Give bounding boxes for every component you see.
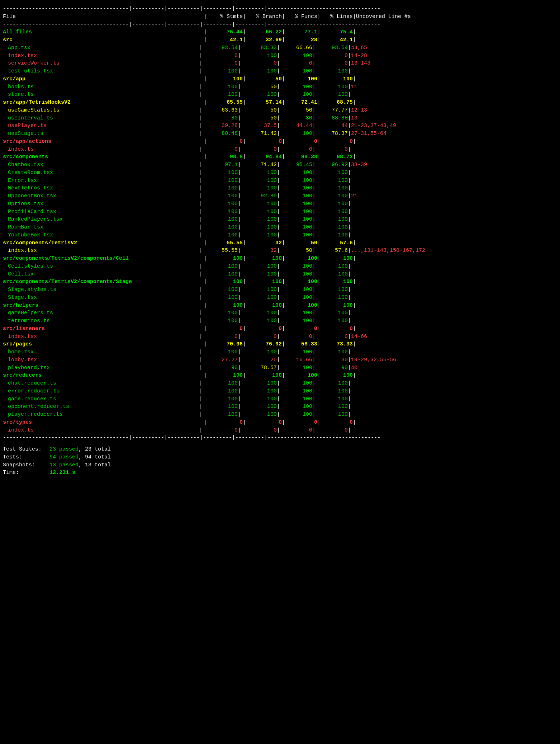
table-row: index.tsx| 55.55 | 32 | 50 | 57.6 | ...,… — [3, 247, 557, 255]
table-row: player.reducer.ts| 100 | 100 | 100 | 100… — [3, 411, 557, 419]
file-branch: 100 — [241, 200, 277, 208]
file-uncov: 40 — [351, 364, 357, 372]
snapshots-label: Snapshots: — [3, 461, 49, 469]
section-lines: 98.72 — [321, 153, 353, 161]
table-row: game.reducer.ts| 100 | 100 | 100 | 100 | — [3, 395, 557, 403]
tests-label: Tests: — [3, 453, 49, 461]
file-lines: 100 — [315, 91, 348, 99]
file-stmts: 100 — [202, 216, 238, 223]
header-uncov: Uncovered Line #s — [356, 13, 411, 21]
file-stmts: 100 — [202, 231, 238, 239]
file-name: index.tsx — [3, 52, 199, 60]
table-row: src/listeners| 0 | 0 | 0 | 0 | — [3, 325, 557, 333]
section-branch: 94.84 — [246, 153, 282, 161]
section-stmts: 100 — [207, 75, 243, 83]
table-row: error.reducer.ts| 100 | 100 | 100 | 100 … — [3, 387, 557, 395]
section-funcs: 0 — [285, 419, 317, 427]
file-branch: 50 — [241, 107, 277, 114]
file-stmts: 100 — [202, 395, 238, 403]
table-row: hooks.ts| 100 | 50 | 100 | 100 | 11 — [3, 83, 557, 91]
file-funcs: 100 — [280, 395, 312, 403]
section-funcs: 100 — [285, 278, 317, 286]
tests-total: 94 total — [85, 454, 111, 460]
summary-time: Time:12.231 s — [3, 469, 557, 477]
table-row: src/pages| 70.96 | 76.92 | 58.33 | 73.33… — [3, 340, 557, 348]
table-row: CreateRoom.tsx| 100 | 100 | 100 | 100 | — [3, 169, 557, 177]
table-row: src/app| 100 | 50 | 100 | 100 | — [3, 75, 557, 83]
section-stmts: 98.8 — [207, 153, 243, 161]
section-lines: 100 — [321, 75, 353, 83]
file-funcs: 100 — [280, 130, 312, 138]
file-branch: 71.42 — [241, 130, 277, 138]
file-stmts: 100 — [202, 208, 238, 216]
file-branch: 0 — [241, 427, 277, 434]
section-stmts: 100 — [207, 302, 243, 310]
file-funcs: 100 — [280, 387, 312, 395]
file-branch: 100 — [241, 387, 277, 395]
file-stmts: 100 — [202, 169, 238, 177]
table-row: index.ts| 0 | 0 | 0 | 0 | — [3, 146, 557, 154]
file-stmts: 100 — [202, 317, 238, 325]
section-lines: 0 — [321, 419, 353, 427]
section-branch: 100 — [246, 372, 282, 380]
file-funcs: 16.66 — [280, 356, 312, 364]
file-branch: 100 — [241, 169, 277, 177]
table-row: Cell.styles.ts| 100 | 100 | 100 | 100 | — [3, 263, 557, 270]
file-lines: 0 — [315, 427, 348, 434]
table-row: src/components/TetrisV2/components/Cell|… — [3, 255, 557, 263]
divider-top: ---------------------------------------|… — [3, 5, 557, 13]
summary-section: Test Suites:23 passed, 23 totalTests:94 … — [3, 446, 557, 477]
file-uncov: ...,131-143,150-167,172 — [351, 247, 425, 255]
section-name: src — [3, 36, 204, 44]
table-row: index.ts| 0 | 0 | 0 | 0 | — [3, 427, 557, 434]
file-name: App.tsx — [3, 44, 199, 52]
section-lines: 57.6 — [321, 239, 353, 247]
file-branch: 100 — [241, 270, 277, 278]
file-funcs: 100 — [280, 270, 312, 278]
file-branch: 100 — [241, 294, 277, 302]
file-branch: 100 — [241, 184, 277, 192]
table-row: Stage.tsx| 100 | 100 | 100 | 100 | — [3, 294, 557, 302]
file-stmts: 100 — [202, 380, 238, 387]
file-funcs: 100 — [280, 91, 312, 99]
file-lines: 100 — [315, 309, 348, 317]
file-stmts: 100 — [202, 200, 238, 208]
file-funcs: 100 — [280, 223, 312, 231]
section-funcs: 100 — [285, 372, 317, 380]
file-funcs: 100 — [280, 317, 312, 325]
file-stmts: 90 — [202, 364, 238, 372]
file-funcs: 100 — [280, 67, 312, 75]
file-lines: 100 — [315, 317, 348, 325]
file-name: opponent.reducer.ts — [3, 403, 199, 411]
file-stmts: 100 — [202, 387, 238, 395]
file-lines: 100 — [315, 348, 348, 356]
file-name: playboard.tsx — [3, 364, 199, 372]
file-lines: 30 — [315, 356, 348, 364]
file-lines: 100 — [315, 403, 348, 411]
table-row: useInterval.ts| 80 | 50 | 80 | 88.88 | 1… — [3, 114, 557, 122]
section-lines: 100 — [321, 302, 353, 310]
file-uncov: 27-31,55-64 — [351, 130, 386, 138]
file-uncov: 38-39 — [351, 161, 367, 169]
section-lines: 73.33 — [321, 340, 353, 348]
table-row: index.tsx| 0 | 0 | 0 | 0 | 14-66 — [3, 333, 557, 341]
summary-test-suites: Test Suites:23 passed, 23 total — [3, 446, 557, 453]
section-branch: 100 — [246, 255, 282, 263]
file-name: index.tsx — [3, 247, 199, 255]
section-stmts: 75.44 — [207, 28, 243, 36]
file-name: error.reducer.ts — [3, 387, 199, 395]
file-funcs: 100 — [280, 286, 312, 294]
file-name: chat.reducer.ts — [3, 380, 199, 387]
table-row: index.tsx| 0 | 100 | 100 | 0 | 14-28 — [3, 52, 557, 60]
table-row: useGameStatus.ts| 63.63 | 50 | 50 | 77.7… — [3, 107, 557, 114]
file-uncov: 12-13 — [351, 107, 367, 114]
header-funcs: % Funcs — [285, 13, 317, 21]
file-lines: 100 — [315, 395, 348, 403]
file-lines: 100 — [315, 270, 348, 278]
file-branch: 100 — [241, 67, 277, 75]
section-stmts: 100 — [207, 278, 243, 286]
section-lines: 0 — [321, 138, 353, 146]
section-lines: 68.75 — [321, 99, 353, 107]
file-funcs: 100 — [280, 380, 312, 387]
section-name: src/components/TetrisV2 — [3, 239, 204, 247]
